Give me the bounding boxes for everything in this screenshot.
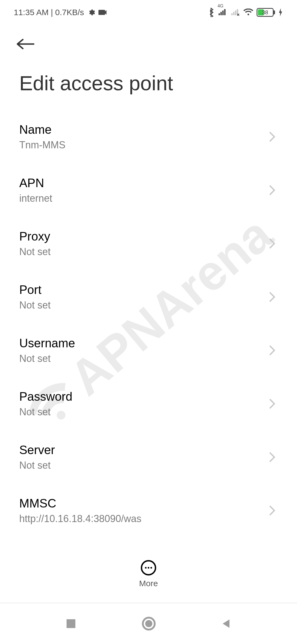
setting-item-mms-proxy[interactable]: MMS proxy 10.16.18.77 [0,537,297,550]
triangle-left-icon [221,618,232,629]
setting-value: Not set [19,246,267,258]
setting-item-port[interactable]: Port Not set [0,270,297,324]
setting-item-server[interactable]: Server Not set [0,430,297,484]
setting-value: internet [19,193,267,204]
battery-percent: 38 [262,9,268,16]
setting-item-apn[interactable]: APN internet [0,163,297,217]
chevron-right-icon [267,132,278,142]
status-bar: 11:35 AM | 0.7KB/s 4G 38 [0,0,297,25]
wifi-icon [243,9,253,16]
chevron-right-icon [267,185,278,195]
nav-back-button[interactable] [221,618,232,629]
setting-label: Server [19,443,267,457]
android-nav-bar [0,603,297,644]
setting-label: Port [19,283,267,297]
setting-value: Not set [19,406,267,418]
gear-icon [87,9,95,16]
chevron-right-icon [267,505,278,516]
more-button[interactable]: More [0,548,297,600]
battery-indicator: 38 [257,8,275,17]
chevron-right-icon [267,452,278,462]
setting-item-password[interactable]: Password Not set [0,377,297,430]
page-title: Edit access point [0,55,297,110]
setting-label: MMSC [19,496,267,510]
setting-value: Not set [19,460,267,471]
charging-icon [278,8,283,17]
setting-item-proxy[interactable]: Proxy Not set [0,217,297,270]
status-time: 11:35 AM [14,8,49,17]
setting-label: Proxy [19,230,267,243]
nav-home-button[interactable] [142,616,156,631]
more-label: More [139,579,158,588]
setting-item-mmsc[interactable]: MMSC http://10.16.18.4:38090/was [0,484,297,537]
svg-point-2 [145,620,152,627]
chevron-right-icon [267,238,278,249]
setting-value: http://10.16.18.4:38090/was [19,513,267,525]
setting-label: Password [19,390,267,403]
setting-value: Not set [19,353,267,364]
back-button[interactable] [16,33,38,55]
setting-value: Not set [19,299,267,311]
more-icon [141,560,156,575]
nav-recents-button[interactable] [65,618,76,629]
setting-label: Name [19,123,267,137]
circle-icon [142,616,156,631]
setting-value: Tnm-MMS [19,139,267,151]
arrow-left-icon [16,38,35,50]
bluetooth-icon [208,8,215,17]
status-right: 4G 38 [208,8,283,17]
square-icon [65,618,76,629]
signal-secondary-icon [231,9,240,16]
signal-primary-icon: 4G [218,9,227,16]
chevron-right-icon [267,345,278,356]
camera-icon [98,9,107,16]
setting-label: MMS proxy [19,550,267,550]
setting-label: Username [19,336,267,350]
status-net-speed: 0.7KB/s [55,8,84,17]
svg-rect-0 [67,619,75,628]
chevron-right-icon [267,292,278,302]
setting-item-name[interactable]: Name Tnm-MMS [0,110,297,163]
app-bar [0,25,297,55]
setting-item-username[interactable]: Username Not set [0,324,297,377]
status-left: 11:35 AM | 0.7KB/s [14,8,107,17]
setting-label: APN [19,176,267,190]
settings-list: Name Tnm-MMS APN internet Proxy [0,110,297,550]
chevron-right-icon [267,399,278,409]
